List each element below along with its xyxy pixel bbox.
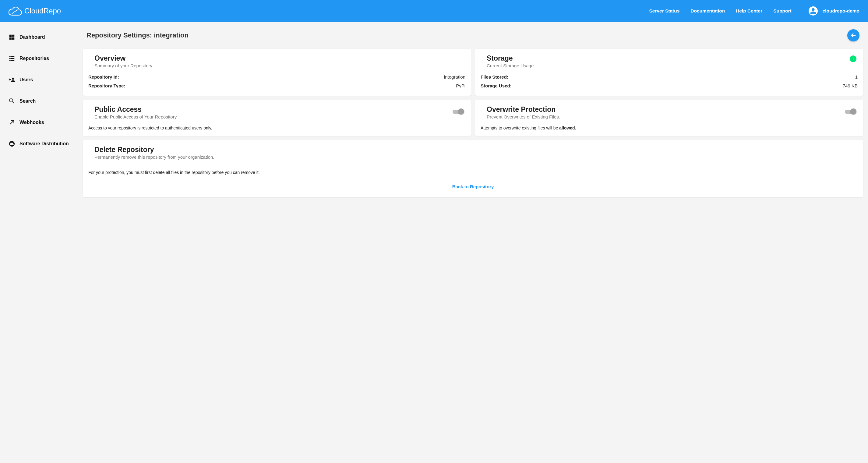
sidebar-item-label: Search [20, 98, 36, 104]
overwrite-title: Overwrite Protection [487, 105, 845, 114]
arrow-outward-icon [8, 119, 15, 126]
cloud-circle-icon [8, 141, 15, 147]
public-access-body: Access to your repository is restricted … [88, 124, 465, 130]
delete-subtitle: Permanently remove this repository from … [94, 154, 858, 160]
overview-card: Overview Summary of your Repository Repo… [83, 49, 471, 96]
storage-used-value: 749 KB [843, 83, 858, 88]
brand-name: CloudRepo [24, 7, 61, 15]
nav-documentation[interactable]: Documentation [690, 8, 725, 14]
sidebar-item-repositories[interactable]: Repositories [0, 52, 83, 65]
storage-title: Storage [487, 54, 850, 62]
header-nav: Server Status Documentation Help Center … [649, 8, 791, 14]
sidebar-item-label: Dashboard [20, 34, 45, 40]
toggle-knob [458, 109, 464, 115]
cloud-icon [8, 6, 22, 16]
nav-support[interactable]: Support [773, 8, 791, 14]
dashboard-icon [8, 34, 15, 40]
delete-title: Delete Repository [94, 146, 858, 154]
files-stored-value: 1 [855, 74, 858, 80]
sidebar-item-users[interactable]: Users [0, 73, 83, 87]
delete-body: For your protection, you must first dele… [88, 164, 858, 175]
repo-type-value: PyPi [456, 83, 465, 88]
sidebar-item-software-distribution[interactable]: Software Distribution [0, 137, 83, 151]
username: cloudrepo-demo [823, 8, 860, 14]
public-access-card: Public Access Enable Public Access of Yo… [83, 100, 471, 136]
person-icon [810, 8, 816, 14]
storage-used-label: Storage Used: [480, 83, 512, 88]
back-to-repository-link[interactable]: Back to Repository [452, 184, 494, 189]
overview-subtitle: Summary of your Repository [94, 63, 465, 68]
files-stored-label: Files Stored: [480, 74, 508, 80]
svg-point-3 [10, 58, 11, 59]
storage-used-row: Storage Used: 749 KB [480, 81, 858, 90]
repo-type-label: Repository Type: [88, 83, 125, 88]
svg-point-0 [13, 12, 14, 13]
sidebar-item-label: Repositories [20, 56, 49, 61]
user-menu[interactable]: cloudrepo-demo [809, 6, 860, 16]
page-title: Repository Settings: integration [87, 31, 188, 39]
nav-help-center[interactable]: Help Center [736, 8, 762, 14]
overwrite-body-bold: allowed. [559, 125, 576, 130]
brand-logo[interactable]: CloudRepo [8, 6, 61, 16]
toggle-knob [850, 109, 857, 115]
repo-type-row: Repository Type: PyPi [88, 81, 465, 90]
overwrite-body-prefix: Attempts to overwrite existing files wil… [480, 125, 559, 130]
svg-point-4 [10, 60, 11, 61]
storage-subtitle: Current Storage Usage [487, 63, 850, 68]
files-stored-row: Files Stored: 1 [480, 72, 858, 81]
arrow-left-icon [850, 32, 857, 39]
delete-repository-card: Delete Repository Permanently remove thi… [83, 140, 863, 197]
overwrite-subtitle: Prevent Overwrites of Existing Files. [487, 114, 845, 119]
main-content: Repository Settings: integration Overvie… [83, 22, 868, 463]
svg-point-2 [10, 56, 11, 57]
storage-card: Storage Current Storage Usage i Files St… [475, 49, 863, 96]
avatar [809, 6, 818, 16]
repo-id-value: integration [444, 74, 465, 80]
repo-id-row: Repository Id: integration [88, 72, 465, 81]
sidebar-item-webhooks[interactable]: Webhooks [0, 116, 83, 129]
repo-id-label: Repository Id: [88, 74, 119, 80]
user-add-icon [8, 76, 15, 83]
sidebar-item-search[interactable]: Search [0, 94, 83, 108]
svg-point-1 [11, 13, 12, 14]
sidebar-item-label: Users [20, 77, 33, 83]
search-icon [8, 98, 15, 104]
info-icon[interactable]: i [850, 56, 857, 62]
overwrite-body: Attempts to overwrite existing files wil… [480, 124, 858, 130]
sidebar-item-dashboard[interactable]: Dashboard [0, 30, 83, 44]
sidebar: Dashboard Repositories Users Search Webh… [0, 22, 83, 463]
public-access-toggle[interactable] [453, 110, 464, 114]
app-header: CloudRepo Server Status Documentation He… [0, 0, 868, 22]
public-access-title: Public Access [94, 105, 453, 114]
public-access-subtitle: Enable Public Access of Your Repository. [94, 114, 453, 119]
storage-icon [8, 55, 15, 62]
sidebar-item-label: Software Distribution [20, 141, 69, 147]
overwrite-toggle[interactable] [845, 110, 856, 114]
back-button[interactable] [847, 29, 860, 41]
overview-title: Overview [94, 54, 465, 62]
sidebar-item-label: Webhooks [20, 120, 44, 125]
overwrite-protection-card: Overwrite Protection Prevent Overwrites … [475, 100, 863, 136]
nav-server-status[interactable]: Server Status [649, 8, 680, 14]
